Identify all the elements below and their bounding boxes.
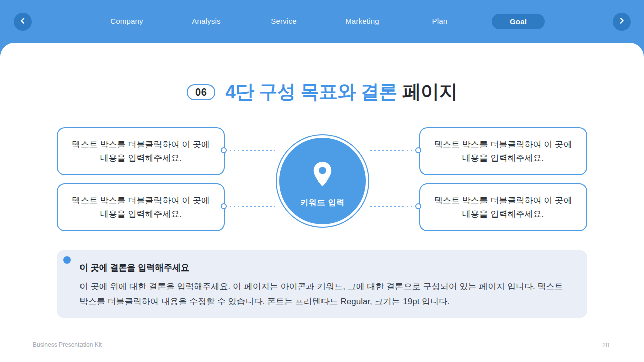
conclusion-body: 이 곳에 위에 대한 결론을 입력해주세요. 이 페이지는 아이콘과 키워드, … [79, 279, 566, 309]
nav-menu: Company Analysis Service Marketing Plan … [0, 0, 644, 43]
text-box-top-left[interactable]: 텍스트 박스를 더블클릭하여 이 곳에 내용을 입력해주세요. [57, 127, 225, 175]
title-row: 06 4단 구성 목표와 결론 페이지 [0, 79, 644, 105]
page-title-highlight: 4단 구성 목표와 결론 [225, 81, 397, 102]
dotted-connector [230, 150, 275, 151]
text-box-line: 내용을 입력해주세요. [100, 207, 182, 221]
page-title: 4단 구성 목표와 결론 페이지 [225, 79, 457, 105]
text-box-line: 내용을 입력해주세요. [462, 151, 544, 165]
keyword-label: 키워드 입력 [300, 198, 344, 208]
text-box-bottom-right[interactable]: 텍스트 박스를 더블클릭하여 이 곳에 내용을 입력해주세요. [419, 183, 587, 231]
page-title-suffix: 페이지 [397, 81, 457, 102]
footer-brand: Business Presentation Kit [33, 341, 102, 348]
text-box-line: 텍스트 박스를 더블클릭하여 이 곳에 [434, 194, 572, 207]
nav-item-company[interactable]: Company [110, 17, 143, 25]
text-box-line: 텍스트 박스를 더블클릭하여 이 곳에 [434, 138, 572, 151]
bullet-dot-icon [63, 256, 71, 264]
keyword-circle[interactable]: 키워드 입력 [276, 134, 369, 228]
nav-item-goal-active[interactable]: Goal [492, 14, 545, 29]
nav-item-service[interactable]: Service [271, 17, 296, 25]
page-number: 20 [602, 342, 609, 349]
nav-item-plan[interactable]: Plan [432, 17, 448, 25]
connector-node [415, 147, 421, 153]
text-box-line: 텍스트 박스를 더블클릭하여 이 곳에 [72, 138, 210, 151]
slide: Company Analysis Service Marketing Plan … [0, 0, 644, 362]
text-box-line: 내용을 입력해주세요. [462, 207, 544, 221]
nav-item-analysis[interactable]: Analysis [192, 17, 220, 25]
text-box-line: 내용을 입력해주세요. [100, 151, 182, 165]
dotted-connector [370, 206, 415, 207]
connector-node [415, 203, 421, 209]
dotted-connector [230, 206, 275, 207]
conclusion-content[interactable]: 이 곳에 결론을 입력해주세요 이 곳에 위에 대한 결론을 입력해주세요. 이… [57, 250, 587, 309]
text-box-top-right[interactable]: 텍스트 박스를 더블클릭하여 이 곳에 내용을 입력해주세요. [419, 127, 587, 175]
connector-node [221, 203, 227, 209]
dotted-connector [370, 150, 415, 151]
text-box-line: 텍스트 박스를 더블클릭하여 이 곳에 [72, 194, 210, 207]
slide-number-badge: 06 [187, 84, 215, 100]
connector-node [221, 147, 227, 153]
keyword-circle-inner: 키워드 입력 [279, 138, 366, 224]
nav-item-marketing[interactable]: Marketing [345, 17, 379, 25]
location-pin-icon [308, 154, 337, 194]
conclusion-title: 이 곳에 결론을 입력해주세요 [79, 262, 566, 274]
text-box-bottom-left[interactable]: 텍스트 박스를 더블클릭하여 이 곳에 내용을 입력해주세요. [57, 183, 225, 231]
conclusion-panel: 이 곳에 결론을 입력해주세요 이 곳에 위에 대한 결론을 입력해주세요. 이… [57, 250, 587, 318]
